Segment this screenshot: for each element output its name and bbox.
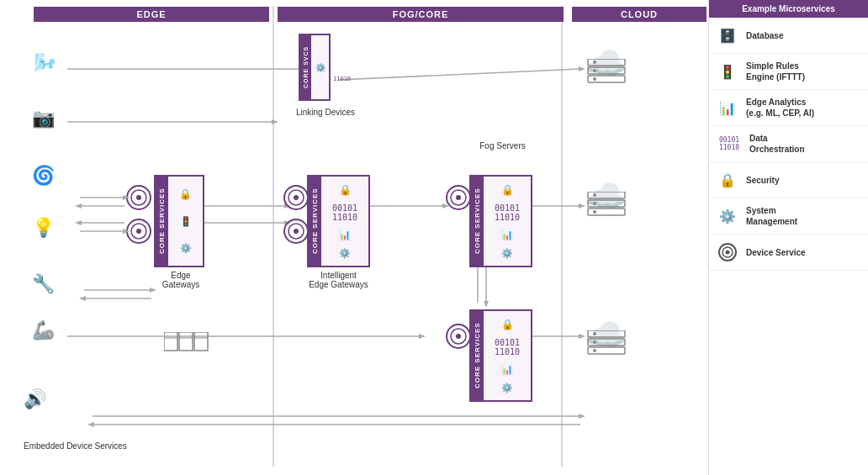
fog-servers-bottom-icons: 🔒 0010111010 📊 ⚙️	[484, 311, 531, 400]
intelligent-edge-text: IntelligentEdge Gateways	[299, 271, 378, 289]
camera-icon: 📷	[32, 108, 55, 129]
svg-marker-59	[484, 301, 489, 308]
linking-devices-icons: ⚙️	[311, 35, 329, 99]
server-mid-icon	[586, 192, 628, 219]
binary-icon: 0010111010	[716, 132, 743, 156]
svg-point-28	[294, 195, 299, 200]
embedded-icon: 🔊	[24, 388, 46, 410]
intelligent-edge-icons: 🔒 0010111010 📊 ⚙️	[321, 177, 368, 266]
svg-point-88	[726, 251, 730, 255]
header-edge: EDGE	[34, 7, 269, 22]
analytics-icon: 📊	[716, 96, 739, 119]
svg-point-11	[127, 219, 151, 243]
edge-gateways-label-vert: CORE SERVICES	[156, 177, 168, 266]
sidebar: Example Microservices 🗄️ Database 🚦 Simp…	[708, 0, 868, 475]
gear-icon: ⚙️	[716, 204, 739, 228]
wind-turbine-icon: 🌬️	[34, 52, 56, 74]
database-icon: 🗄️	[716, 24, 739, 47]
svg-point-30	[288, 224, 304, 239]
fog-servers-bottom-box: CORE SERVICES 🔒 0010111010 📊 ⚙️	[469, 309, 532, 402]
svg-point-9	[131, 190, 146, 205]
svg-point-31	[294, 229, 299, 234]
svg-point-73	[593, 210, 596, 214]
svg-rect-82	[194, 332, 208, 351]
sidebar-item-device-service: Device Service	[709, 235, 868, 271]
svg-point-13	[136, 229, 141, 234]
svg-point-42	[451, 329, 466, 344]
svg-point-41	[447, 325, 470, 348]
lock-icon: 🔒	[716, 168, 739, 192]
edge-gateways-text: Edge Gateways	[156, 271, 206, 289]
svg-marker-23	[284, 203, 291, 208]
svg-marker-21	[75, 220, 82, 225]
sidebar-database-label: Database	[746, 30, 783, 41]
svg-marker-49	[419, 334, 426, 339]
diagram-area: EDGE FOG/CORE CLOUD	[0, 0, 711, 475]
svg-point-27	[288, 190, 304, 205]
svg-marker-7	[272, 119, 278, 124]
sidebar-device-label: Device Service	[746, 247, 806, 258]
server-bot-icon	[586, 330, 628, 357]
traffic-light-icon: 🚦	[716, 60, 739, 83]
svg-point-66	[593, 69, 596, 72]
arm-icon: 🦾	[32, 319, 55, 341]
svg-point-29	[284, 219, 308, 243]
svg-marker-40	[442, 203, 449, 208]
intelligent-edge-box: CORE SERVICES 🔒 0010111010 📊 ⚙️	[307, 175, 370, 267]
edge-gateways-box: CORE SERVICES 🔒 🚦 ⚙️	[154, 175, 204, 267]
svg-rect-81	[179, 332, 193, 351]
svg-point-77	[593, 332, 596, 335]
sidebar-item-rules-engine: 🚦 Simple RulesEngine (IFTTT)	[709, 54, 868, 90]
svg-point-38	[456, 195, 461, 200]
fan-icon: 🌀	[32, 165, 55, 187]
fog-servers-text: Fog Servers	[463, 141, 542, 150]
sidebar-item-edge-analytics: 📊 Edge Analytics(e.g. ML, CEP, AI)	[709, 90, 868, 126]
svg-marker-51	[579, 414, 585, 419]
sidebar-header: Example Microservices	[709, 0, 868, 18]
svg-point-8	[127, 186, 151, 209]
storage-icon	[164, 332, 210, 355]
svg-marker-53	[87, 422, 94, 427]
svg-point-78	[593, 340, 596, 344]
edge-gateways-icons: 🔒 🚦 ⚙️	[168, 177, 203, 266]
linking-devices-label-vert: CORE SVCS	[300, 35, 311, 99]
sidebar-analytics-label: Edge Analytics(e.g. ML, CEP, AI)	[746, 97, 814, 119]
svg-point-67	[593, 77, 596, 81]
svg-point-36	[447, 186, 470, 209]
pipe-icon: 🔧	[32, 273, 55, 295]
svg-point-79	[593, 349, 596, 352]
svg-point-72	[593, 202, 596, 205]
svg-point-10	[136, 195, 141, 200]
svg-marker-17	[75, 203, 82, 208]
sidebar-item-database: 🗄️ Database	[709, 18, 868, 54]
sidebar-item-security: 🔒 Security	[709, 162, 868, 198]
sidebar-security-label: Security	[746, 175, 779, 186]
svg-point-65	[593, 61, 596, 64]
header-fog: FOG/CORE	[278, 7, 564, 22]
bulb-icon: 💡	[32, 217, 55, 239]
header-cloud: CLOUD	[572, 7, 707, 22]
sidebar-item-system-mgmt: ⚙️ SystemManagement	[709, 198, 868, 235]
svg-rect-80	[164, 332, 177, 351]
sidebar-orchestration-label: DataOrchestration	[749, 133, 805, 155]
sidebar-rules-label: Simple RulesEngine (IFTTT)	[746, 61, 805, 82]
svg-text:11010: 11010	[333, 76, 351, 82]
svg-marker-15	[123, 195, 130, 200]
svg-marker-25	[284, 220, 291, 225]
fog-servers-label-vert: CORE SERVICES	[471, 177, 484, 266]
svg-marker-57	[79, 296, 86, 301]
svg-marker-19	[123, 229, 130, 234]
svg-point-37	[451, 190, 466, 205]
svg-point-43	[456, 334, 461, 339]
svg-point-71	[593, 193, 596, 197]
intelligent-edge-label-vert: CORE SERVICES	[309, 177, 321, 266]
device-service-icon	[716, 240, 739, 264]
svg-point-12	[131, 224, 146, 239]
fog-servers-box: CORE SERVICES 🔒 0010111010 📊 ⚙️	[469, 175, 532, 267]
fog-servers-icons: 🔒 0010111010 📊 ⚙️	[484, 177, 531, 266]
svg-line-4	[338, 69, 580, 80]
sidebar-system-label: SystemManagement	[746, 205, 797, 227]
linking-devices-text: Linking Devices	[288, 108, 363, 117]
linking-devices-box: CORE SVCS ⚙️	[299, 34, 331, 101]
embedded-label: Embedded Device Services	[24, 441, 158, 451]
